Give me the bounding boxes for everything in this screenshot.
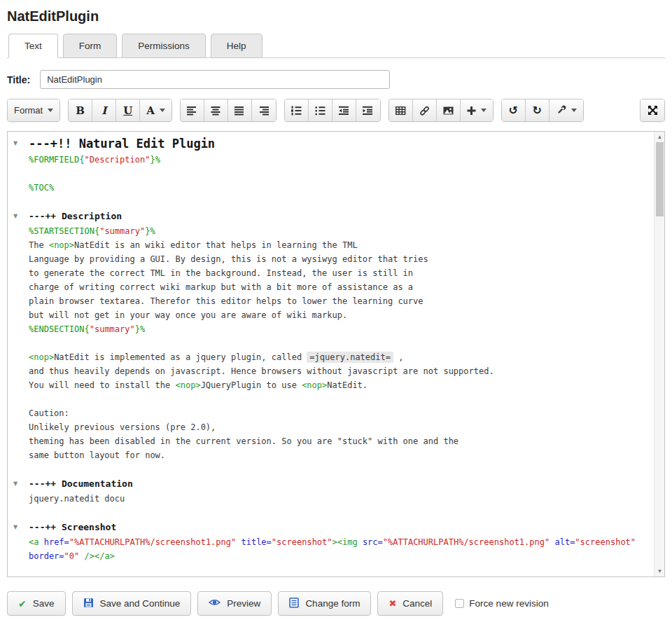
- insert-link-button[interactable]: [413, 99, 437, 121]
- bold-button[interactable]: B: [69, 99, 92, 121]
- editor-line: charge of writing correct wiki markup bu…: [8, 280, 653, 294]
- preview-button-label: Preview: [227, 598, 260, 609]
- tab-text[interactable]: Text: [8, 34, 58, 58]
- toolbar-group: [284, 99, 381, 122]
- fold-arrow-icon[interactable]: ▼: [13, 209, 18, 224]
- save-and-continue-button-label: Save and Continue: [100, 598, 181, 609]
- outdent-icon: [339, 106, 349, 116]
- editor-line: %ENDSECTION{"summary"}%: [8, 322, 653, 336]
- fold-arrow-icon[interactable]: ▼: [13, 520, 18, 535]
- title-label: Title:: [7, 74, 30, 85]
- align-center-button[interactable]: [204, 99, 228, 121]
- tab-form[interactable]: Form: [63, 34, 118, 58]
- editor-line: to generate the correct TML in the backg…: [8, 266, 653, 280]
- editor-line: jquery.natedit docu: [8, 492, 653, 506]
- insert-table-button[interactable]: [389, 99, 413, 121]
- editor-line: The <nop>NatEdit is an wiki editor that …: [8, 238, 653, 252]
- action-bar: ✔SaveSave and ContinuePreviewChange form…: [7, 591, 665, 616]
- image-icon: [443, 106, 454, 116]
- editor-line: You will need to install the <nop>JQuery…: [8, 378, 653, 392]
- cancel-icon: ✖: [388, 598, 396, 609]
- toolbar-group: [388, 99, 493, 122]
- editor-line: [8, 195, 653, 209]
- tools-dropdown[interactable]: [550, 99, 583, 121]
- editor-line: Caution:: [8, 406, 653, 420]
- editor-line: Language by providing a GUI. By design, …: [8, 252, 653, 266]
- underline-button[interactable]: U: [116, 99, 140, 121]
- editor-line: Unlikely previous versions (pre 2.0),: [8, 420, 653, 434]
- italic-button-label: I: [102, 104, 106, 117]
- force-new-revision-checkbox[interactable]: [455, 599, 464, 608]
- cancel-button[interactable]: ✖Cancel: [377, 591, 443, 616]
- format-dropdown[interactable]: Format: [8, 99, 59, 121]
- italic-button[interactable]: I: [92, 99, 116, 121]
- scroll-down-icon[interactable]: ▼: [654, 568, 665, 574]
- fold-arrow-icon[interactable]: ▼: [13, 476, 18, 492]
- editor-line: same button layout for now.: [8, 448, 653, 462]
- plus-icon: [467, 106, 476, 116]
- redo-button[interactable]: ↻: [526, 99, 550, 121]
- insert-more-dropdown[interactable]: [461, 99, 493, 121]
- align-right-button[interactable]: [252, 99, 276, 121]
- align-center-icon: [211, 106, 220, 116]
- ordered-list-button[interactable]: [285, 99, 309, 121]
- scrollbar-thumb[interactable]: [656, 142, 664, 216]
- font-attribute-dropdown-label: A: [146, 104, 155, 117]
- editor-line: <a href="%ATTACHURLPATH%/screenshot1.png…: [8, 535, 653, 549]
- toolbar-group: [180, 99, 276, 122]
- editor-line: [8, 506, 653, 520]
- undo-button[interactable]: ↺: [502, 99, 526, 121]
- editor-line: border="0" /></a>: [8, 549, 653, 563]
- redo-icon: ↻: [533, 105, 542, 116]
- align-left-button[interactable]: [181, 99, 204, 121]
- save-button[interactable]: ✔Save: [7, 591, 66, 616]
- editor-line: %FORMFIELD{"Description"}%: [8, 153, 653, 167]
- floppy-icon: [83, 597, 94, 610]
- editor-line: [8, 462, 653, 476]
- tab-help[interactable]: Help: [211, 34, 262, 58]
- change-form-button[interactable]: Change form: [278, 591, 371, 616]
- indent-icon: [363, 106, 373, 116]
- undo-icon: ↺: [509, 105, 518, 116]
- tab-bar: TextFormPermissionsHelp: [7, 33, 665, 58]
- toolbar-group: Format: [7, 99, 60, 122]
- preview-button[interactable]: Preview: [197, 591, 272, 616]
- ol-icon: [291, 106, 302, 116]
- unordered-list-button[interactable]: [309, 99, 332, 121]
- outdent-button[interactable]: [332, 99, 356, 121]
- title-input[interactable]: [40, 70, 390, 89]
- chevron-down-icon: [481, 109, 486, 112]
- editor-line: ▼---++ Documentation: [8, 476, 653, 492]
- fullscreen-button[interactable]: [640, 99, 664, 121]
- editor-line: ▼---+!! Natural Edit Plugin: [8, 134, 653, 153]
- align-justify-button[interactable]: [228, 99, 252, 121]
- editor-scrollbar[interactable]: ▲ ▼: [654, 132, 664, 576]
- fold-arrow-icon[interactable]: ▼: [13, 134, 18, 153]
- indent-button[interactable]: [356, 99, 380, 121]
- title-row: Title:: [7, 70, 665, 89]
- ul-icon: [315, 106, 326, 116]
- editor-line: theming has been disabled in the current…: [8, 434, 653, 448]
- save-and-continue-button[interactable]: Save and Continue: [72, 591, 192, 616]
- editor-line: [8, 167, 653, 181]
- force-new-revision-option: Force new revision: [455, 598, 548, 609]
- tab-permissions[interactable]: Permissions: [122, 34, 206, 58]
- save-button-label: Save: [33, 598, 55, 609]
- scroll-up-icon[interactable]: ▲: [654, 134, 665, 140]
- font-attribute-dropdown[interactable]: A: [140, 99, 172, 121]
- force-new-revision-label: Force new revision: [469, 598, 548, 609]
- editor-line: %TOC%: [8, 181, 653, 195]
- editor-line: plain browser textarea. Therefor this ed…: [8, 294, 653, 308]
- editor-toolbar: FormatBIUA↺↻: [7, 99, 665, 122]
- cancel-button-label: Cancel: [402, 598, 432, 609]
- wikitext-editor[interactable]: ▼---+!! Natural Edit Plugin%FORMFIELD{"D…: [7, 131, 665, 577]
- editor-line: ▼---++ Screenshot: [8, 520, 653, 535]
- editor-line: and thus heavily depends on javascript. …: [8, 364, 653, 378]
- align-left-icon: [187, 106, 197, 116]
- toolbar-group: BIUA: [68, 99, 172, 122]
- editor-content: ▼---+!! Natural Edit Plugin%FORMFIELD{"D…: [8, 134, 653, 563]
- eye-icon: [209, 597, 220, 609]
- insert-image-button[interactable]: [437, 99, 461, 121]
- editor-line: ▼---++ Description: [8, 209, 653, 224]
- editor-line: but will not get in your way once you ar…: [8, 308, 653, 322]
